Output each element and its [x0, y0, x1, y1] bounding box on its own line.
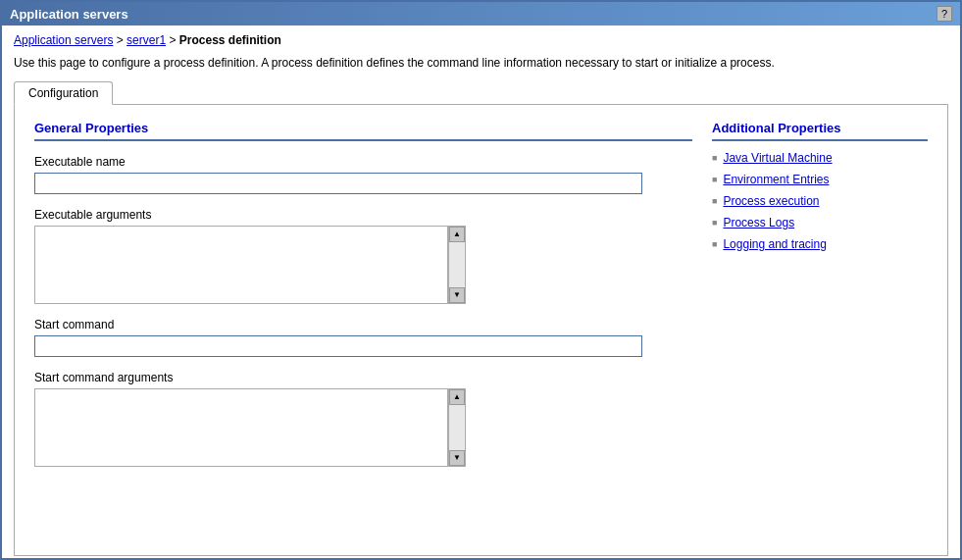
tab-content: General Properties Executable name Execu…	[14, 105, 948, 556]
java-virtual-machine-link[interactable]: Java Virtual Machine	[723, 151, 832, 165]
scroll-track	[449, 242, 465, 287]
scroll-up-btn[interactable]: ▲	[449, 227, 465, 242]
side-section: Additional Properties ■ Java Virtual Mac…	[712, 121, 928, 539]
environment-entries-link[interactable]: Environment Entries	[723, 173, 829, 186]
scroll-down-btn2[interactable]: ▼	[449, 450, 465, 466]
tab-bar: Configuration	[14, 81, 948, 105]
bullet-icon: ■	[712, 196, 717, 206]
breadcrumb-sep1: >	[113, 33, 127, 47]
main-section: General Properties Executable name Execu…	[34, 121, 692, 539]
general-properties-title: General Properties	[34, 121, 692, 141]
bullet-icon: ■	[712, 153, 717, 163]
executable-name-group: Executable name	[34, 155, 692, 194]
list-item: ■ Java Virtual Machine	[712, 151, 928, 165]
list-item: ■ Process Logs	[712, 216, 928, 229]
process-execution-link[interactable]: Process execution	[723, 194, 819, 208]
additional-properties-title: Additional Properties	[712, 121, 928, 141]
start-command-arguments-input[interactable]	[34, 388, 448, 467]
logging-and-tracing-link[interactable]: Logging and tracing	[723, 237, 826, 251]
page-description: Use this page to configure a process def…	[14, 55, 948, 72]
start-command-label: Start command	[34, 318, 692, 331]
breadcrumb-app-servers-link[interactable]: Application servers	[14, 33, 113, 47]
start-command-arguments-wrapper: ▲ ▼	[34, 388, 466, 467]
start-command-arguments-scrollbar: ▲ ▼	[448, 388, 466, 467]
additional-properties-list: ■ Java Virtual Machine ■ Environment Ent…	[712, 151, 928, 251]
start-command-arguments-label: Start command arguments	[34, 371, 692, 384]
content-area: Application servers > server1 > Process …	[2, 25, 960, 560]
tab-configuration[interactable]: Configuration	[14, 81, 113, 105]
scroll-up-btn2[interactable]: ▲	[449, 389, 465, 405]
executable-arguments-wrapper: ▲ ▼	[34, 226, 466, 304]
scroll-down-btn[interactable]: ▼	[449, 287, 465, 303]
breadcrumb-server-link[interactable]: server1	[127, 33, 166, 47]
list-item: ■ Environment Entries	[712, 173, 928, 186]
bullet-icon: ■	[712, 218, 717, 228]
breadcrumb: Application servers > server1 > Process …	[14, 33, 948, 47]
bullet-icon: ■	[712, 239, 717, 249]
help-button[interactable]: ?	[937, 6, 952, 22]
breadcrumb-sep2: >	[166, 33, 179, 47]
scroll-track2	[449, 405, 465, 450]
start-command-arguments-group: Start command arguments ▲ ▼	[34, 371, 692, 467]
executable-arguments-input[interactable]	[34, 226, 448, 304]
executable-name-input[interactable]	[34, 173, 642, 194]
window-title: Application servers	[10, 7, 128, 22]
executable-name-label: Executable name	[34, 155, 692, 169]
executable-arguments-scrollbar: ▲ ▼	[448, 226, 466, 304]
list-item: ■ Logging and tracing	[712, 237, 928, 251]
start-command-input[interactable]	[34, 335, 642, 357]
breadcrumb-current: Process definition	[179, 33, 281, 47]
executable-arguments-group: Executable arguments ▲ ▼	[34, 208, 692, 304]
start-command-group: Start command	[34, 318, 692, 357]
bullet-icon: ■	[712, 175, 717, 184]
application-window: Application servers ? Application server…	[0, 0, 962, 560]
executable-arguments-label: Executable arguments	[34, 208, 692, 222]
process-logs-link[interactable]: Process Logs	[723, 216, 794, 229]
list-item: ■ Process execution	[712, 194, 928, 208]
title-bar: Application servers ?	[2, 2, 960, 25]
